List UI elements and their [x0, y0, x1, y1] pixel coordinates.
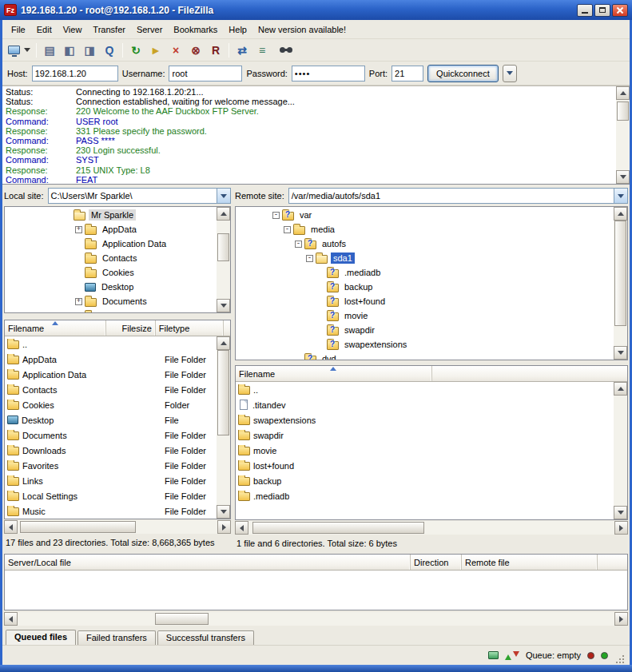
- file-row-mediadb[interactable]: .mediadb: [236, 488, 614, 503]
- process-queue-button[interactable]: ►: [146, 41, 165, 59]
- site-manager-button[interactable]: [6, 41, 33, 59]
- scroll-down-button[interactable]: [217, 505, 230, 519]
- menu-item-view[interactable]: View: [58, 22, 88, 37]
- scroll-up-button[interactable]: [217, 336, 230, 350]
- port-input[interactable]: [392, 66, 423, 82]
- minimize-button[interactable]: [577, 4, 593, 17]
- tree-item-autofs[interactable]: -autofs: [236, 237, 614, 251]
- scroll-right-button[interactable]: [614, 521, 628, 535]
- scrollbar-track[interactable]: [217, 221, 230, 299]
- quickconnect-button[interactable]: Quickconnect: [427, 65, 499, 82]
- menu-item-help[interactable]: Help: [223, 22, 252, 37]
- scrollbar-track[interactable]: [616, 100, 630, 170]
- remote-list-hscrollbar[interactable]: [235, 521, 628, 535]
- tree-item-mediadb[interactable]: .mediadb: [236, 265, 614, 280]
- scroll-up-button[interactable]: [217, 207, 230, 221]
- scrollbar-thumb[interactable]: [217, 350, 229, 435]
- tree-item-lost-found[interactable]: lost+found: [236, 294, 614, 308]
- scrollbar-thumb[interactable]: [217, 233, 229, 261]
- toggle-message-log-button[interactable]: ▤: [40, 41, 59, 59]
- expand-icon[interactable]: +: [75, 298, 82, 305]
- tree-item-swapextensions[interactable]: swapextensions: [236, 337, 614, 352]
- file-row-swapdir[interactable]: swapdir: [236, 427, 614, 443]
- scroll-up-button[interactable]: [614, 207, 627, 221]
- menu-item-transfer[interactable]: Transfer: [87, 22, 131, 37]
- menu-item-edit[interactable]: Edit: [31, 22, 58, 37]
- tree-item-appdata[interactable]: +AppData: [5, 222, 217, 237]
- collapse-icon[interactable]: -: [284, 226, 291, 233]
- splitter[interactable]: [4, 313, 231, 320]
- column-header-remote-file[interactable]: Remote file: [462, 555, 598, 570]
- file-row-cookies[interactable]: CookiesFolder: [5, 397, 217, 412]
- scroll-down-button[interactable]: [217, 299, 230, 312]
- tree-item-downloads[interactable]: Downloads: [5, 308, 217, 312]
- scrollbar-track[interactable]: [18, 520, 217, 534]
- local-site-combobox[interactable]: C:\Users\Mr Sparkle\: [48, 188, 231, 204]
- disconnect-button[interactable]: ⊗: [186, 41, 205, 59]
- scroll-down-button[interactable]: [614, 346, 627, 360]
- tree-item-swapdir[interactable]: swapdir: [236, 323, 614, 337]
- tree-item-movie[interactable]: movie: [236, 308, 614, 323]
- menu-item-new-version-available[interactable]: New version available!: [252, 22, 352, 37]
- reconnect-button[interactable]: R: [206, 41, 225, 59]
- column-header-server-local-file[interactable]: Server/Local file: [5, 555, 411, 570]
- tree-item-contacts[interactable]: Contacts: [5, 251, 217, 265]
- maximize-button[interactable]: [594, 4, 610, 17]
- local-list-scrollbar[interactable]: [217, 336, 230, 519]
- tree-item-media[interactable]: -media: [236, 222, 614, 237]
- column-header-filesize[interactable]: Filesize: [106, 320, 156, 336]
- scrollbar-track[interactable]: [614, 221, 627, 346]
- file-row-swapextensions[interactable]: swapextensions: [236, 412, 614, 427]
- file-row-documents[interactable]: DocumentsFile Folder: [5, 427, 217, 443]
- scroll-left-button[interactable]: [4, 612, 18, 626]
- message-log-scrollbar[interactable]: [616, 86, 630, 184]
- scrollbar-thumb[interactable]: [20, 521, 136, 533]
- tree-item-cookies[interactable]: Cookies: [5, 265, 217, 280]
- collapse-icon[interactable]: -: [272, 212, 280, 219]
- directory-comparison-button[interactable]: ⇄: [233, 41, 252, 59]
- file-row-music[interactable]: MusicFile Folder: [5, 503, 217, 519]
- file-row-favorites[interactable]: FavoritesFile Folder: [5, 458, 217, 473]
- file-row-contacts[interactable]: ContactsFile Folder: [5, 382, 217, 397]
- password-input[interactable]: [292, 66, 365, 82]
- scroll-right-button[interactable]: [217, 520, 231, 534]
- username-input[interactable]: [169, 66, 242, 82]
- toggle-local-tree-button[interactable]: ◧: [60, 41, 79, 59]
- synchronized-browsing-button[interactable]: ≡: [252, 41, 272, 59]
- scroll-down-button[interactable]: [614, 506, 627, 519]
- tree-item-dvd[interactable]: dvd: [236, 352, 614, 360]
- quickconnect-dropdown-button[interactable]: [503, 65, 517, 82]
- find-files-button[interactable]: [272, 41, 292, 59]
- scrollbar-track[interactable]: [614, 396, 627, 506]
- toggle-remote-tree-button[interactable]: ◨: [80, 41, 99, 59]
- scrollbar-track[interactable]: [248, 521, 614, 535]
- tree-item-sda1[interactable]: -sda1: [236, 251, 614, 265]
- menu-item-bookmarks[interactable]: Bookmarks: [168, 22, 223, 37]
- file-row-desktop[interactable]: DesktopFile: [5, 412, 217, 427]
- menu-item-server[interactable]: Server: [131, 22, 168, 37]
- tab-queued-files[interactable]: Queued files: [6, 630, 76, 645]
- cancel-button[interactable]: ×: [166, 41, 185, 59]
- file-row-[interactable]: ..: [236, 382, 614, 397]
- file-row-backup[interactable]: backup: [236, 473, 614, 488]
- close-button[interactable]: [612, 4, 628, 17]
- tree-item-desktop[interactable]: Desktop: [5, 280, 217, 294]
- remote-site-dropdown-button[interactable]: [614, 189, 627, 203]
- scrollbar-thumb[interactable]: [252, 522, 424, 534]
- column-header-direction[interactable]: Direction: [411, 555, 462, 570]
- file-row-downloads[interactable]: DownloadsFile Folder: [5, 443, 217, 458]
- host-input[interactable]: [32, 66, 118, 82]
- local-list-hscrollbar[interactable]: [4, 520, 231, 534]
- remote-site-combobox[interactable]: /var/media/autofs/sda1: [288, 188, 628, 204]
- tree-item-backup[interactable]: backup: [236, 280, 614, 294]
- file-row-links[interactable]: LinksFile Folder: [5, 473, 217, 488]
- column-header-filename[interactable]: Filename: [236, 366, 432, 381]
- file-row-lost-found[interactable]: lost+found: [236, 458, 614, 473]
- collapse-icon[interactable]: -: [295, 241, 302, 248]
- tab-successful-transfers[interactable]: Successful transfers: [157, 630, 254, 645]
- scrollbar-track[interactable]: [217, 350, 230, 505]
- local-tree-scrollbar[interactable]: [217, 207, 230, 312]
- file-row-[interactable]: ..: [5, 336, 217, 352]
- toggle-queue-button[interactable]: Q: [100, 41, 119, 59]
- queue-hscrollbar[interactable]: [4, 612, 628, 626]
